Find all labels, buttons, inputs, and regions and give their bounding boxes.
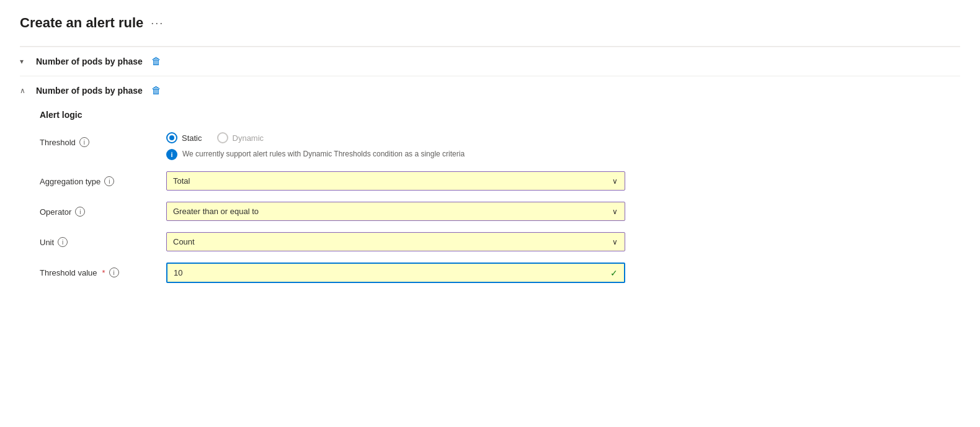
static-radio-option[interactable]: Static <box>166 132 202 143</box>
threshold-value-label-text: Threshold value <box>40 268 97 277</box>
unit-select[interactable]: Count Bytes Percent Milliseconds Seconds <box>166 232 625 251</box>
unit-row: Unit i Count Bytes Percent Milliseconds … <box>40 232 940 251</box>
aggregation-type-label: Aggregation type i <box>40 171 151 186</box>
static-radio-circle <box>166 132 177 143</box>
info-blue-icon: i <box>166 149 177 160</box>
section-1-chevron: ▾ <box>20 57 30 66</box>
operator-select[interactable]: Greater than Greater than or equal to Le… <box>166 202 625 221</box>
page-title: Create an alert rule <box>20 15 143 31</box>
threshold-value-input[interactable] <box>166 263 625 283</box>
operator-info-icon[interactable]: i <box>75 207 85 217</box>
threshold-row: Threshold i Static Dynamic i We curre <box>40 132 940 160</box>
aggregation-type-row: Aggregation type i Average Count Total M… <box>40 171 940 191</box>
aggregation-type-select[interactable]: Average Count Total Minimum Maximum <box>166 171 625 191</box>
threshold-value-label: Threshold value * i <box>40 263 151 277</box>
threshold-value-control: ✓ <box>166 263 625 283</box>
section-1: ▾ Number of pods by phase 🗑 <box>20 47 960 76</box>
dynamic-radio-option[interactable]: Dynamic <box>217 132 264 143</box>
threshold-value-row: Threshold value * i ✓ <box>40 263 940 283</box>
threshold-label: Threshold i <box>40 132 151 147</box>
operator-select-wrapper: Greater than Greater than or equal to Le… <box>166 202 625 221</box>
threshold-value-input-wrapper: ✓ <box>166 263 625 283</box>
operator-row: Operator i Greater than Greater than or … <box>40 202 940 221</box>
threshold-value-info-icon[interactable]: i <box>109 267 119 277</box>
unit-control: Count Bytes Percent Milliseconds Seconds… <box>166 232 625 251</box>
unit-label: Unit i <box>40 232 151 247</box>
dynamic-radio-label: Dynamic <box>233 133 264 143</box>
aggregation-type-info-icon[interactable]: i <box>104 176 114 186</box>
operator-label-text: Operator <box>40 207 71 217</box>
section-1-title: Number of pods by phase <box>36 56 143 66</box>
section-2-title: Number of pods by phase <box>36 86 143 96</box>
section-1-header[interactable]: ▾ Number of pods by phase 🗑 <box>20 47 960 76</box>
aggregation-type-select-wrapper: Average Count Total Minimum Maximum ∨ <box>166 171 625 191</box>
operator-label: Operator i <box>40 202 151 217</box>
threshold-value-required-marker: * <box>102 268 105 277</box>
more-options-button[interactable]: ··· <box>151 17 164 30</box>
unit-info-icon[interactable]: i <box>58 237 68 247</box>
static-radio-label: Static <box>182 133 202 143</box>
section-2-delete-button[interactable]: 🗑 <box>151 85 161 96</box>
aggregation-type-label-text: Aggregation type <box>40 177 100 186</box>
section-1-delete-button[interactable]: 🗑 <box>151 56 161 67</box>
threshold-radio-group: Static Dynamic <box>166 132 625 143</box>
threshold-control: Static Dynamic i We currently support al… <box>166 132 625 160</box>
unit-select-wrapper: Count Bytes Percent Milliseconds Seconds… <box>166 232 625 251</box>
threshold-info-text: We currently support alert rules with Dy… <box>182 148 465 160</box>
section-2-body: Alert logic Threshold i Static Dynamic <box>20 105 960 309</box>
aggregation-type-control: Average Count Total Minimum Maximum ∨ <box>166 171 625 191</box>
section-2-chevron: ∧ <box>20 86 30 95</box>
threshold-info-icon[interactable]: i <box>79 137 89 147</box>
threshold-info-banner: i We currently support alert rules with … <box>166 148 625 160</box>
page-header: Create an alert rule ··· <box>20 15 960 31</box>
unit-label-text: Unit <box>40 238 54 247</box>
threshold-label-text: Threshold <box>40 138 76 147</box>
alert-logic-label: Alert logic <box>40 110 940 120</box>
threshold-value-check-icon: ✓ <box>610 268 618 278</box>
section-2-header[interactable]: ∧ Number of pods by phase 🗑 <box>20 76 960 105</box>
operator-control: Greater than Greater than or equal to Le… <box>166 202 625 221</box>
dynamic-radio-circle <box>217 132 228 143</box>
section-2: ∧ Number of pods by phase 🗑 Alert logic … <box>20 76 960 309</box>
